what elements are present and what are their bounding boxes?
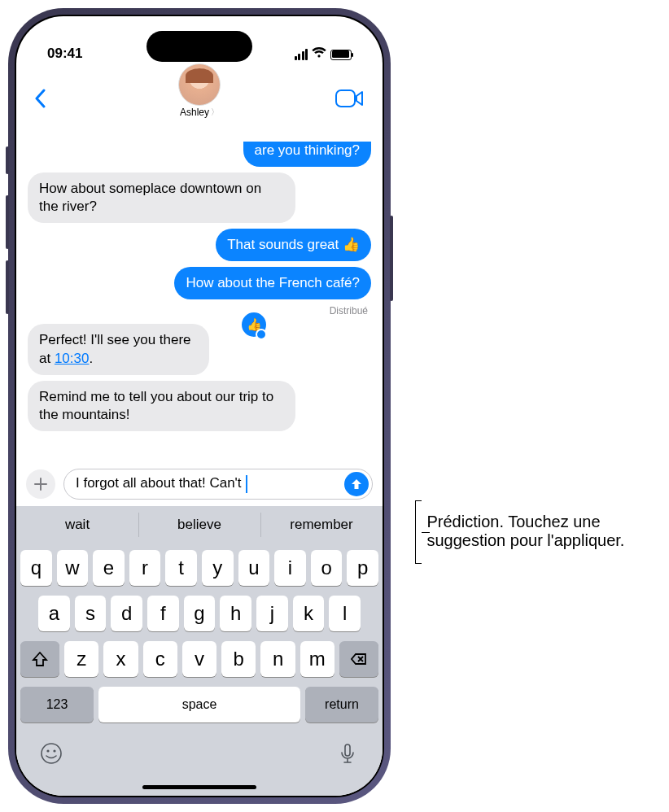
key-t[interactable]: t bbox=[165, 550, 197, 586]
key-row-2: a s d f g h j k l bbox=[20, 596, 378, 631]
return-key[interactable]: return bbox=[305, 687, 378, 723]
conversation-header: Ashley 〉 bbox=[16, 63, 383, 142]
key-u[interactable]: u bbox=[238, 550, 270, 586]
key-j[interactable]: j bbox=[256, 596, 288, 631]
key-c[interactable]: c bbox=[143, 641, 177, 677]
key-row-3: z x c v b n m bbox=[20, 641, 378, 677]
emoji-button[interactable] bbox=[40, 742, 63, 768]
key-p[interactable]: p bbox=[347, 550, 378, 586]
svg-point-2 bbox=[46, 749, 49, 752]
dynamic-island bbox=[146, 31, 252, 62]
shift-key[interactable] bbox=[20, 641, 59, 677]
compose-text: I forgot all about that! Can't bbox=[76, 475, 344, 493]
back-button[interactable] bbox=[34, 86, 46, 114]
compose-bar: I forgot all about that! Can't bbox=[16, 464, 383, 506]
svg-point-1 bbox=[42, 744, 61, 763]
apps-button[interactable] bbox=[26, 469, 55, 499]
message-sent[interactable]: How about the French café? bbox=[174, 267, 371, 299]
svg-rect-0 bbox=[336, 90, 355, 107]
battery-icon bbox=[330, 50, 352, 60]
key-v[interactable]: v bbox=[182, 641, 216, 677]
delivery-status: Distribué bbox=[330, 305, 368, 317]
message-input[interactable]: I forgot all about that! Can't bbox=[63, 469, 373, 500]
numbers-key[interactable]: 123 bbox=[20, 687, 94, 723]
key-z[interactable]: z bbox=[64, 641, 98, 677]
key-n[interactable]: n bbox=[260, 641, 295, 677]
key-i[interactable]: i bbox=[274, 550, 306, 586]
message-received[interactable]: How about someplace downtown on the rive… bbox=[28, 172, 295, 223]
contact-header[interactable]: Ashley 〉 bbox=[178, 63, 221, 118]
bracket-icon bbox=[415, 500, 422, 564]
key-q[interactable]: q bbox=[20, 550, 52, 586]
home-indicator[interactable] bbox=[142, 785, 256, 789]
key-r[interactable]: r bbox=[129, 550, 161, 586]
iphone-frame: 09:41 Ashley 〉 bbox=[8, 8, 391, 804]
wifi-icon bbox=[312, 47, 326, 62]
prediction-2[interactable]: believe bbox=[138, 506, 260, 544]
key-l[interactable]: l bbox=[329, 596, 361, 631]
tapback-thumbs-up[interactable]: 👍 bbox=[240, 311, 268, 338]
svg-point-3 bbox=[53, 749, 55, 752]
prediction-1[interactable]: wait bbox=[16, 506, 138, 544]
backspace-key[interactable] bbox=[339, 641, 378, 677]
key-b[interactable]: b bbox=[221, 641, 256, 677]
key-s[interactable]: s bbox=[75, 596, 107, 631]
send-button[interactable] bbox=[344, 472, 369, 496]
callout-text: Prédiction. Touchez une suggestion pour … bbox=[426, 513, 643, 550]
annotation-callout: Prédiction. Touchez une suggestion pour … bbox=[415, 513, 643, 804]
key-o[interactable]: o bbox=[311, 550, 343, 586]
key-h[interactable]: h bbox=[220, 596, 251, 631]
status-time: 09:41 bbox=[47, 46, 82, 62]
key-e[interactable]: e bbox=[93, 550, 125, 586]
message-received[interactable]: Remind me to tell you about our trip to … bbox=[28, 381, 295, 431]
space-key[interactable]: space bbox=[98, 687, 300, 723]
message-sent[interactable]: That sounds great 👍 bbox=[216, 229, 371, 261]
message-sent[interactable]: are you thinking? bbox=[243, 142, 371, 167]
keyboard: q w e r t y u i o p a s d f g h bbox=[16, 544, 383, 796]
key-row-1: q w e r t y u i o p bbox=[20, 550, 378, 586]
dictation-button[interactable] bbox=[336, 742, 359, 768]
key-a[interactable]: a bbox=[38, 596, 70, 631]
key-w[interactable]: w bbox=[57, 550, 89, 586]
message-received[interactable]: Perfect! I'll see you there at 10:30. bbox=[28, 324, 209, 374]
key-y[interactable]: y bbox=[202, 550, 234, 586]
chevron-right-icon: 〉 bbox=[211, 107, 219, 118]
key-row-4: 123 space return bbox=[20, 687, 378, 723]
facetime-button[interactable] bbox=[335, 89, 365, 111]
message-list[interactable]: are you thinking? How about someplace do… bbox=[16, 142, 383, 464]
key-k[interactable]: k bbox=[293, 596, 325, 631]
cellular-icon bbox=[295, 49, 308, 60]
key-f[interactable]: f bbox=[147, 596, 179, 631]
prediction-3[interactable]: remember bbox=[260, 506, 383, 544]
key-d[interactable]: d bbox=[111, 596, 142, 631]
contact-name: Ashley bbox=[180, 107, 209, 118]
svg-rect-4 bbox=[345, 744, 350, 756]
key-m[interactable]: m bbox=[300, 641, 334, 677]
prediction-bar: wait believe remember bbox=[16, 506, 383, 544]
time-link[interactable]: 10:30 bbox=[55, 351, 90, 366]
avatar bbox=[178, 63, 221, 106]
key-x[interactable]: x bbox=[103, 641, 138, 677]
key-g[interactable]: g bbox=[184, 596, 216, 631]
